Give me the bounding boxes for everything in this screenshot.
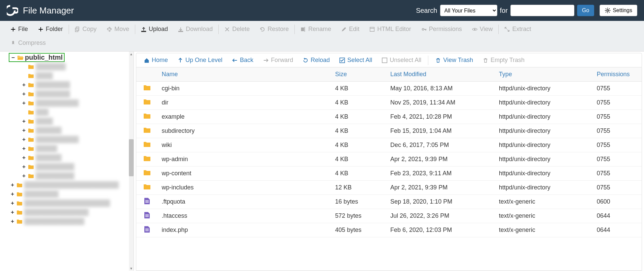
folder-icon: [28, 64, 34, 69]
settings-button[interactable]: Settings: [600, 5, 637, 16]
cell-modified: Apr 2, 2021, 9:39 PM: [386, 181, 495, 195]
tree-expand-icon[interactable]: +: [22, 100, 26, 106]
table-row[interactable]: index.php405 bytesFeb 6, 2020, 12:03 PMt…: [136, 223, 642, 237]
tb-view[interactable]: View: [467, 24, 498, 35]
col-permissions-header[interactable]: Permissions: [593, 67, 642, 82]
search-scope-select[interactable]: All Your Files: [440, 5, 497, 16]
nav-up[interactable]: Up One Level: [173, 55, 226, 65]
nav-emptytrash[interactable]: Empty Trash: [478, 55, 529, 65]
nav-selectall[interactable]: Select All: [335, 55, 376, 65]
table-row[interactable]: wp-includes12 KBApr 2, 2021, 9:39 PMhttp…: [136, 181, 642, 195]
tree-scrollbar-track[interactable]: ▲ ▼: [129, 52, 134, 271]
tree-item[interactable]: +████████: [10, 189, 134, 199]
table-row[interactable]: cgi-bin4 KBMay 10, 2016, 8:13 AMhttpd/un…: [136, 82, 642, 96]
col-size-header[interactable]: Size: [331, 67, 386, 82]
tree-item[interactable]: +██████: [10, 153, 134, 162]
tree-item[interactable]: +█████████: [10, 171, 134, 180]
cell-modified: Dec 6, 2017, 7:05 PM: [386, 138, 495, 152]
tree-item[interactable]: +█████████: [10, 162, 134, 171]
nav-back[interactable]: Back: [228, 55, 257, 65]
tree-expand-icon[interactable]: +: [22, 173, 26, 179]
tree-item[interactable]: ███: [10, 108, 134, 117]
cell-name: subdirectory: [157, 124, 331, 138]
cell-size: 4 KB: [331, 96, 386, 110]
tree-item[interactable]: +██████████: [10, 98, 134, 108]
tree-expand-icon[interactable]: +: [10, 200, 15, 206]
tree-expand-icon[interactable]: +: [10, 209, 15, 215]
cell-size: 572 bytes: [331, 209, 386, 223]
table-row[interactable]: wp-admin4 KBApr 2, 2021, 9:39 PMhttpd/un…: [136, 152, 642, 167]
go-button[interactable]: Go: [577, 5, 594, 16]
col-type-header[interactable]: Type: [495, 67, 593, 82]
table-row[interactable]: wp-content4 KBFeb 23, 2023, 9:11 AMhttpd…: [136, 167, 642, 181]
key-icon: [421, 26, 427, 32]
col-name-header[interactable]: Name: [157, 67, 331, 82]
tree-item[interactable]: +█████: [10, 144, 134, 153]
cell-modified: Jul 26, 2022, 3:26 PM: [386, 209, 495, 223]
table-row[interactable]: example4 KBFeb 4, 2021, 10:28 PMhttpd/un…: [136, 110, 642, 124]
scroll-down-icon[interactable]: ▼: [130, 267, 133, 270]
nav-forward[interactable]: Forward: [259, 55, 297, 65]
file-table-scroll[interactable]: cgi-bin4 KBMay 10, 2016, 8:13 AMhttpd/un…: [136, 82, 642, 270]
nav-back-label: Back: [240, 57, 253, 64]
tree-root-selected[interactable]: −public_html: [9, 53, 65, 62]
tb-restore[interactable]: Restore: [255, 24, 294, 35]
home-icon: [144, 57, 150, 63]
cell-type: httpd/unix-directory: [495, 124, 593, 138]
tb-permissions[interactable]: Permissions: [416, 24, 467, 35]
tb-extract[interactable]: Extract: [499, 24, 536, 35]
tree-expand-icon[interactable]: +: [22, 127, 26, 133]
tree-item[interactable]: +████████: [10, 80, 134, 89]
tb-upload-label: Upload: [149, 26, 168, 33]
tb-rename[interactable]: Rename: [295, 24, 336, 35]
tree-item[interactable]: +███████████████: [10, 208, 134, 217]
table-row[interactable]: .ftpquota16 bytesSep 18, 2020, 1:10 PMte…: [136, 195, 642, 209]
folder-icon: [28, 128, 34, 133]
tb-download[interactable]: Download: [173, 24, 218, 35]
tree-expand-icon[interactable]: +: [10, 218, 15, 224]
tb-copy[interactable]: Copy: [70, 24, 102, 35]
tree-expand-icon[interactable]: +: [22, 82, 26, 88]
nav-unselectall[interactable]: Unselect All: [378, 55, 425, 65]
table-row[interactable]: wiki4 KBDec 6, 2017, 7:05 PMhttpd/unix-d…: [136, 138, 642, 152]
tree-item[interactable]: +████████████████████: [10, 199, 134, 208]
nav-viewtrash[interactable]: View Trash: [431, 55, 477, 65]
tree-item[interactable]: ████: [10, 71, 134, 80]
nav-home[interactable]: Home: [140, 55, 172, 65]
tree-collapse-icon[interactable]: −: [11, 54, 15, 61]
tree-expand-icon[interactable]: +: [22, 154, 26, 161]
tb-folder[interactable]: Folder: [33, 24, 68, 35]
tree-expand-icon[interactable]: +: [22, 145, 26, 152]
tree-expand-icon[interactable]: +: [22, 163, 26, 170]
tree-expand-icon[interactable]: +: [22, 91, 26, 97]
scroll-up-icon[interactable]: ▲: [130, 52, 133, 56]
table-row[interactable]: subdirectory4 KBFeb 15, 2019, 1:04 AMhtt…: [136, 124, 642, 138]
tb-htmleditor[interactable]: HTML Editor: [364, 24, 416, 35]
tree-item[interactable]: +████████: [10, 89, 134, 98]
tree-expand-icon[interactable]: +: [10, 182, 15, 188]
tb-delete[interactable]: Delete: [219, 24, 255, 35]
tb-file[interactable]: File: [5, 24, 33, 35]
tb-compress[interactable]: Compress: [5, 37, 51, 49]
tree-expand-icon[interactable]: +: [10, 191, 15, 197]
search-area: Search All Your Files for Go Settings: [416, 5, 637, 16]
tb-upload[interactable]: Upload: [136, 24, 173, 35]
tree-expand-icon[interactable]: +: [22, 136, 26, 143]
table-row[interactable]: dir4 KBNov 25, 2019, 11:34 AMhttpd/unix-…: [136, 96, 642, 110]
tree-item[interactable]: ███████: [10, 62, 134, 71]
table-row[interactable]: .htaccess572 bytesJul 26, 2022, 3:26 PMt…: [136, 209, 642, 223]
tb-edit[interactable]: Edit: [336, 24, 364, 35]
col-modified-header[interactable]: Last Modified: [386, 67, 495, 82]
nav-selectall-label: Select All: [347, 57, 372, 64]
tree-item[interactable]: +████: [10, 117, 134, 126]
nav-reload[interactable]: Reload: [298, 55, 334, 65]
tree-item[interactable]: +██████████████████████: [10, 180, 134, 189]
tb-move[interactable]: Move: [102, 24, 134, 35]
tree-item[interactable]: +██████: [10, 126, 134, 135]
tree-item[interactable]: +██████████: [10, 135, 134, 144]
tree-item[interactable]: +██████████████: [10, 217, 134, 226]
tree-scrollbar-thumb[interactable]: [129, 139, 134, 176]
tree-expand-icon[interactable]: +: [22, 118, 26, 124]
search-input[interactable]: [510, 5, 574, 16]
col-icon-header[interactable]: [136, 67, 157, 82]
